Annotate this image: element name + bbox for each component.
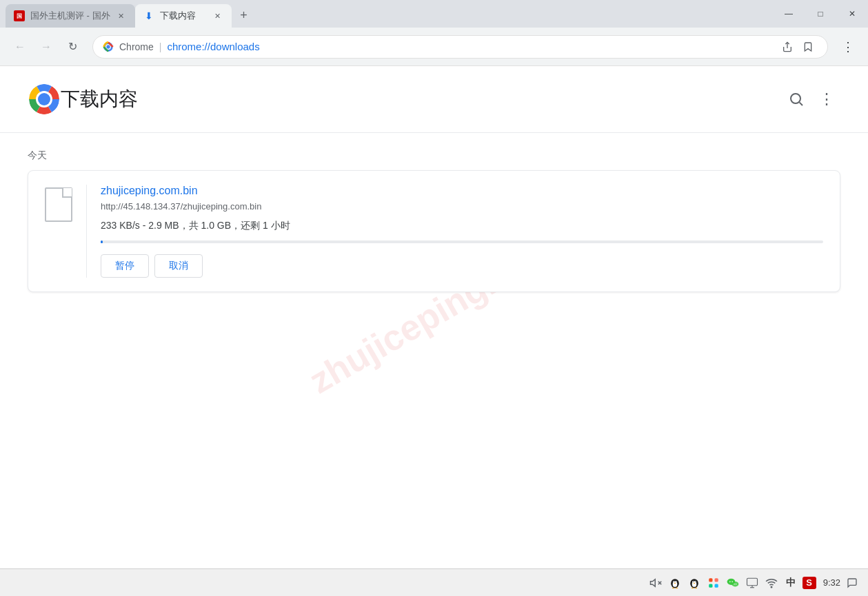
tab-1-close[interactable]: ✕ [116, 10, 127, 21]
svg-rect-31 [714, 578, 718, 582]
svg-point-20 [676, 587, 678, 588]
more-downloads-button[interactable]: ⋮ [813, 85, 840, 113]
svg-point-37 [731, 581, 738, 586]
taskbar: 中 S 9:32 [0, 568, 868, 596]
card-divider [86, 185, 87, 278]
svg-point-28 [692, 587, 694, 588]
download-info: zhujiceping.com.bin http://45.148.134.37… [101, 185, 823, 278]
cancel-button[interactable]: 取消 [154, 254, 203, 278]
download-actions: 暂停 取消 [101, 254, 823, 278]
svg-rect-40 [747, 578, 757, 586]
svg-point-43 [771, 586, 772, 588]
svg-marker-9 [650, 579, 655, 586]
progress-bar-fill [101, 240, 103, 243]
back-button[interactable]: ← [8, 35, 32, 59]
chrome-logo [28, 83, 61, 116]
nav-bar: ← → ↻ Chrome | chrome://downloads [0, 28, 868, 66]
section-label: 今天 [28, 150, 840, 162]
close-button[interactable]: ✕ [836, 0, 868, 28]
page-title: 下载内容 [61, 86, 783, 112]
svg-point-16 [674, 581, 674, 582]
download-card: zhujiceping.com.bin http://45.148.134.37… [28, 170, 840, 292]
address-actions [778, 37, 818, 56]
svg-line-8 [800, 103, 803, 105]
progress-bar [101, 240, 823, 243]
svg-rect-32 [709, 584, 712, 587]
new-tab-button[interactable]: + [234, 6, 254, 25]
title-bar: 国 国外主机测评 - 国外 ✕ ⬇ 下载内容 ✕ + — □ ✕ [0, 0, 868, 28]
wechat-icon[interactable] [725, 575, 740, 590]
page-header: 下载内容 ⋮ [0, 66, 868, 133]
address-text: Chrome | chrome://downloads [119, 41, 772, 52]
wifi-icon[interactable] [764, 575, 779, 590]
window-controls: — □ ✕ [773, 0, 868, 28]
download-status: 233 KB/s - 2.9 MB，共 1.0 GB，还剩 1 小时 [101, 220, 823, 232]
tab-2-label: 下载内容 [160, 10, 207, 22]
svg-rect-30 [709, 578, 712, 582]
downloads-section: 今天 zhujiceping.com.bin http://45.148.134… [0, 133, 868, 309]
page-content: zhujiceping.com 下载 [0, 66, 868, 568]
svg-point-25 [693, 581, 694, 582]
lang-label: 中 [786, 577, 796, 589]
network-icon[interactable] [745, 575, 760, 590]
tab-1[interactable]: 国 国外主机测评 - 国外 ✕ [6, 4, 135, 28]
download-url: http://45.148.134.37/zhujiceping.com.bin [101, 201, 823, 212]
taskbar-time: 9:32 [823, 577, 840, 588]
qq2-icon[interactable] [687, 575, 702, 590]
address-chrome-label: Chrome [119, 41, 154, 52]
reload-button[interactable]: ↻ [61, 35, 84, 59]
svg-point-2 [106, 45, 110, 48]
address-bar[interactable]: Chrome | chrome://downloads [92, 35, 828, 59]
tab-1-favicon: 国 [14, 10, 25, 21]
pause-button[interactable]: 暂停 [101, 254, 149, 278]
volume-icon[interactable] [648, 575, 663, 590]
svg-point-29 [695, 587, 697, 588]
ime-label: S [806, 577, 812, 588]
figma-icon[interactable] [706, 575, 721, 590]
more-button[interactable]: ⋮ [836, 35, 860, 59]
bookmark-button[interactable] [798, 37, 818, 56]
lang-icon[interactable]: 中 [783, 575, 798, 590]
file-icon-wrap [45, 187, 72, 222]
svg-point-35 [729, 581, 731, 582]
svg-point-36 [731, 581, 733, 582]
svg-rect-33 [714, 584, 718, 587]
svg-point-38 [734, 583, 735, 584]
tab-2-favicon: ⬇ [143, 10, 154, 21]
maximize-button[interactable]: □ [805, 0, 836, 28]
minimize-button[interactable]: — [773, 0, 805, 28]
svg-point-18 [674, 582, 676, 583]
address-path: chrome://downloads [167, 41, 259, 52]
page-header-actions: ⋮ [783, 85, 840, 113]
download-filename[interactable]: zhujiceping.com.bin [101, 185, 823, 197]
tab-2-close[interactable]: ✕ [212, 10, 223, 21]
svg-point-17 [676, 581, 676, 582]
tab-1-label: 国外主机测评 - 国外 [30, 10, 110, 22]
ime-icon[interactable]: S [803, 577, 816, 589]
file-icon [45, 187, 72, 222]
svg-point-6 [38, 93, 50, 105]
address-separator: | [159, 41, 162, 52]
forward-button[interactable]: → [34, 35, 58, 59]
address-chrome-icon [103, 41, 114, 52]
svg-point-26 [695, 581, 696, 582]
svg-point-7 [791, 94, 800, 103]
qq1-icon[interactable] [667, 575, 683, 590]
tab-2[interactable]: ⬇ 下载内容 ✕ [135, 4, 232, 28]
search-downloads-button[interactable] [783, 85, 810, 113]
share-button[interactable] [778, 37, 797, 56]
svg-point-27 [693, 582, 695, 583]
svg-point-19 [672, 587, 674, 588]
notification-icon[interactable] [845, 575, 860, 590]
svg-point-39 [736, 583, 737, 584]
